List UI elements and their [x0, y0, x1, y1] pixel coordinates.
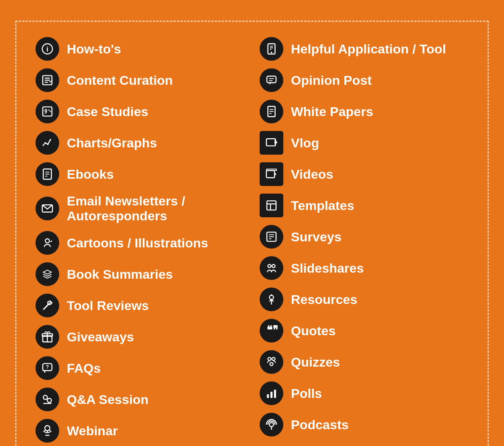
item-label: Resources [291, 292, 357, 307]
svg-point-7 [45, 110, 47, 112]
item-icon [260, 256, 283, 280]
item-icon [260, 194, 283, 217]
item-icon [36, 262, 59, 286]
item-label: Helpful Application / Tool [291, 42, 446, 57]
item-icon [260, 131, 283, 155]
list-item: Giveaways [36, 321, 244, 352]
item-icon [36, 197, 59, 220]
item-label: Charts/Graphs [67, 136, 157, 150]
svg-point-39 [271, 52, 272, 53]
list-item: Podcasts [260, 409, 468, 440]
item-icon [36, 294, 59, 317]
list-item: Case Studies [36, 96, 244, 127]
left-column: iHow-to'sContent CurationCase StudiesCha… [36, 33, 244, 446]
list-item: Quizzes [260, 346, 468, 378]
item-label: Cartoons / Illustrations [67, 236, 208, 250]
item-label: How-to's [67, 42, 121, 57]
svg-line-9 [48, 110, 51, 112]
item-label: Quizzes [291, 355, 340, 370]
item-label: Book Summaries [67, 267, 173, 282]
item-icon [260, 37, 283, 61]
item-label: Templates [291, 198, 354, 213]
list-item: Webinar [36, 415, 244, 446]
svg-point-30 [45, 426, 50, 431]
item-label: Q&A Session [67, 392, 149, 407]
svg-point-61 [270, 295, 274, 299]
svg-line-32 [49, 430, 51, 432]
items-grid: iHow-to'sContent CurationCase StudiesCha… [36, 33, 468, 446]
right-column: Helpful Application / ToolOpinion PostWh… [260, 33, 468, 446]
list-item: iHow-to's [36, 33, 244, 65]
list-item: Ebooks [36, 158, 244, 190]
item-icon [36, 162, 59, 186]
svg-point-59 [268, 265, 271, 268]
svg-rect-49 [267, 171, 275, 178]
svg-text:i: i [46, 45, 48, 53]
svg-point-12 [50, 139, 51, 141]
item-icon [260, 225, 283, 249]
list-item: Email Newsletters / Autoresponders [36, 190, 244, 227]
item-label: Vlog [291, 136, 319, 150]
item-icon [36, 231, 59, 255]
item-icon [36, 325, 59, 349]
item-label: Opinion Post [291, 73, 372, 88]
content-box: iHow-to'sContent CurationCase StudiesCha… [15, 21, 489, 446]
item-icon [36, 100, 59, 123]
item-label: Giveaways [67, 330, 134, 344]
list-item: Charts/Graphs [36, 127, 244, 158]
item-label: Email Newsletters / Autoresponders [67, 194, 244, 223]
list-item: Q&A Session [36, 384, 244, 415]
item-label: Case Studies [67, 104, 149, 119]
item-label: Webinar [67, 423, 118, 438]
svg-point-27 [47, 398, 52, 402]
list-item: Templates [260, 190, 468, 221]
list-item: Surveys [260, 221, 468, 252]
item-label: Surveys [291, 229, 341, 244]
list-item: Polls [260, 378, 468, 409]
svg-rect-47 [267, 139, 276, 146]
list-item: Opinion Post [260, 65, 468, 96]
item-icon [260, 100, 283, 123]
svg-point-26 [43, 395, 47, 399]
svg-rect-71 [270, 392, 272, 398]
list-item: Vlog [260, 127, 468, 158]
item-icon [260, 381, 283, 405]
item-label: White Papers [291, 104, 373, 119]
svg-rect-40 [267, 76, 276, 82]
item-icon [36, 68, 59, 92]
svg-text:?: ? [46, 364, 49, 370]
svg-point-60 [272, 265, 275, 268]
item-label: Ebooks [67, 167, 114, 182]
list-item: Slideshares [260, 252, 468, 284]
item-label: Polls [291, 386, 322, 401]
item-icon: ? [36, 356, 59, 380]
svg-point-69 [270, 362, 273, 365]
svg-rect-70 [267, 394, 269, 398]
list-item: ?FAQs [36, 352, 244, 384]
list-item: Book Summaries [36, 259, 244, 290]
item-label: Podcasts [291, 417, 349, 432]
svg-rect-52 [267, 201, 276, 210]
svg-point-11 [47, 144, 48, 145]
list-item: Cartoons / Illustrations [36, 227, 244, 259]
svg-rect-72 [274, 390, 276, 398]
item-label: Slideshares [291, 261, 364, 276]
item-icon: i [36, 37, 59, 61]
item-label: Videos [291, 167, 333, 182]
svg-point-10 [45, 142, 46, 144]
list-item: Helpful Application / Tool [260, 33, 468, 65]
svg-point-67 [268, 357, 271, 360]
svg-point-68 [272, 357, 275, 360]
list-item: Videos [260, 158, 468, 190]
item-icon [36, 388, 59, 411]
svg-text:❝❞: ❝❞ [267, 325, 278, 336]
list-item: Content Curation [36, 65, 244, 96]
item-icon [260, 68, 283, 92]
item-label: Content Curation [67, 73, 173, 88]
list-item: White Papers [260, 96, 468, 127]
item-label: Quotes [291, 323, 336, 338]
svg-point-73 [270, 423, 274, 427]
item-icon [36, 419, 59, 443]
item-icon [36, 131, 59, 155]
svg-marker-51 [275, 173, 276, 176]
